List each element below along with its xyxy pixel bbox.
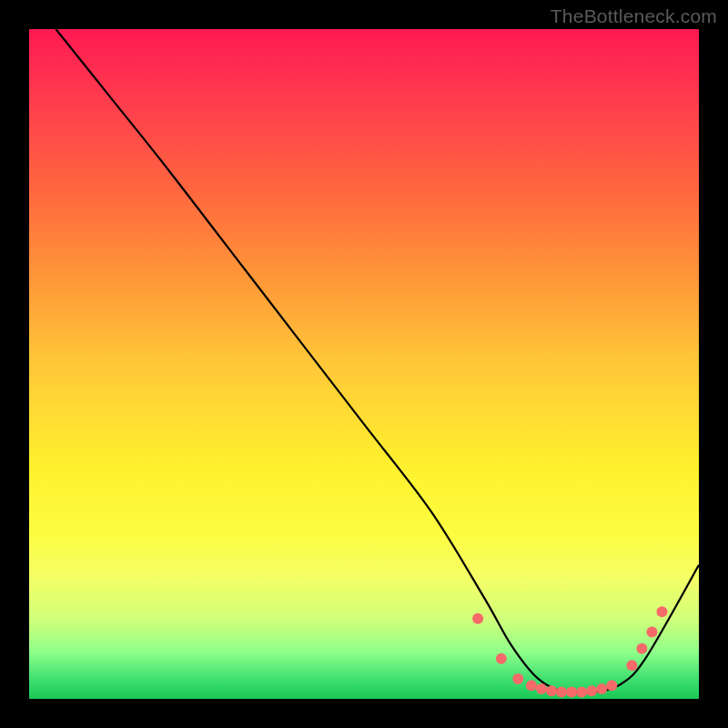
marker-dot <box>636 643 647 654</box>
marker-dot <box>566 687 577 698</box>
marker-dot <box>472 613 483 624</box>
marker-group <box>472 606 667 697</box>
curve-layer <box>29 29 699 699</box>
marker-dot <box>536 683 547 694</box>
marker-dot <box>526 680 537 691</box>
marker-dot <box>496 653 507 664</box>
watermark-text: TheBottleneck.com <box>551 5 717 27</box>
chart-frame: TheBottleneck.com <box>0 0 728 728</box>
marker-dot <box>596 683 607 694</box>
marker-dot <box>556 687 567 698</box>
marker-dot <box>546 685 557 696</box>
plot-area <box>29 29 699 699</box>
marker-dot <box>657 606 668 617</box>
marker-dot <box>512 673 523 684</box>
marker-dot <box>626 660 637 671</box>
marker-dot <box>647 626 658 637</box>
bottleneck-curve <box>56 29 699 693</box>
marker-dot <box>586 685 597 696</box>
marker-dot <box>606 680 617 691</box>
marker-dot <box>576 687 587 698</box>
